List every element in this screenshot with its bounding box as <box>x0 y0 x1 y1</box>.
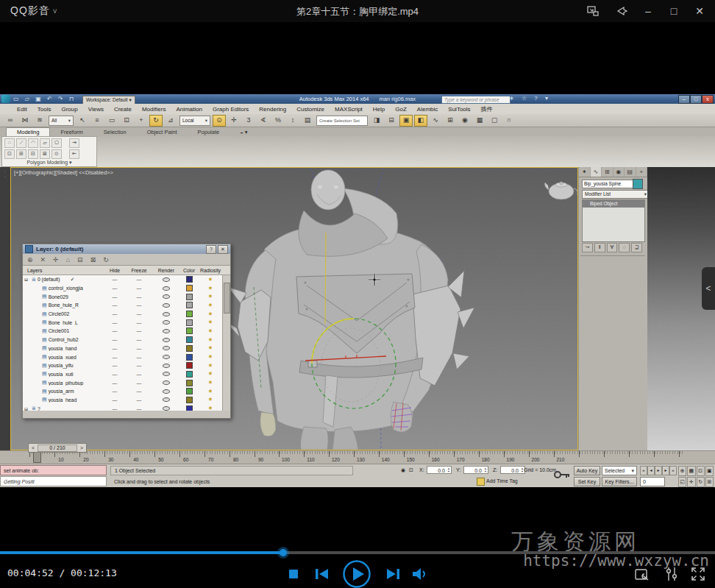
color-swatch[interactable] <box>186 327 193 334</box>
color-swatch[interactable] <box>186 285 193 291</box>
layer-row-yousia-head[interactable]: ▤yousia_head——✶ <box>23 396 230 405</box>
ribbon-icon[interactable]: ⊙ <box>51 149 62 159</box>
auto-key-button[interactable]: Auto Key <box>574 466 600 475</box>
quick-access-toolbar[interactable]: ▭ ▱ ▣ ↶ ↷ ⊓ <box>13 96 76 102</box>
add-time-tag[interactable]: Add Time Tag <box>486 478 518 483</box>
render-eye-icon[interactable] <box>163 312 170 316</box>
render-eye-icon[interactable] <box>163 303 170 308</box>
column-header-freeze[interactable]: Freeze <box>126 268 152 273</box>
layer-row-bone029[interactable]: ▤Bone029——✶ <box>23 292 230 301</box>
render-eye-icon[interactable] <box>163 406 170 411</box>
maxscript-listener-pink[interactable]: set animate ob: <box>0 465 107 475</box>
hide-toggle[interactable]: — <box>104 346 126 351</box>
hide-toggle[interactable]: — <box>104 389 126 394</box>
select-and-rotate-icon[interactable]: ↻ <box>149 115 163 127</box>
selection-lock-icon[interactable]: ◉ <box>401 467 405 473</box>
new-layer-icon[interactable]: ⊕ <box>27 256 33 263</box>
pin-on-top-icon[interactable] <box>613 2 632 20</box>
color-swatch[interactable] <box>186 294 193 300</box>
radiosity-icon[interactable]: ✶ <box>208 328 213 333</box>
render-eye-icon[interactable] <box>163 364 170 368</box>
previous-button[interactable] <box>315 567 329 581</box>
hide-toggle[interactable]: — <box>104 397 126 403</box>
ribbon-icon[interactable]: ⟋ <box>16 138 26 148</box>
menu-goz[interactable]: GoZ <box>390 106 412 113</box>
menu-tools[interactable]: Tools <box>32 106 57 113</box>
radiosity-icon[interactable]: ✶ <box>208 311 213 316</box>
color-swatch[interactable] <box>186 380 193 386</box>
current-frame-field[interactable]: 0 <box>640 477 665 486</box>
curve-editor-icon[interactable]: ∿ <box>429 115 442 127</box>
hide-toggle[interactable]: — <box>104 286 126 291</box>
color-swatch[interactable] <box>186 336 193 343</box>
freeze-toggle[interactable]: — <box>126 328 152 333</box>
mini-mode-icon[interactable] <box>583 2 602 20</box>
layer-row-circle001[interactable]: ▤Circle001——✶ <box>23 327 230 336</box>
column-header-hide[interactable]: Hide <box>104 268 126 273</box>
freeze-toggle[interactable]: — <box>126 372 152 377</box>
ribbon-icon[interactable]: ⊡ <box>4 149 15 159</box>
render-eye-icon[interactable] <box>163 338 170 342</box>
hide-toggle[interactable]: — <box>104 320 126 325</box>
max-minimize-button[interactable]: – <box>678 95 690 104</box>
layer-row-yousia-yifu[interactable]: ▤yousia_yifu——✶ <box>23 361 230 370</box>
ribbon-icon[interactable]: ◠ <box>28 138 38 148</box>
render-eye-icon[interactable] <box>163 320 170 325</box>
coord-z-field[interactable]: 0.0▲▼ <box>500 466 525 474</box>
unlink-selection-icon[interactable]: ⋈ <box>18 115 32 127</box>
next-key-button[interactable]: ▸ <box>662 466 669 475</box>
workspace-dropdown[interactable]: Workspace: Default ▾ <box>82 96 135 105</box>
coord-x-field[interactable]: 0.0▲▼ <box>427 466 452 474</box>
key-filters-button[interactable]: Key Filters... <box>602 477 637 486</box>
freeze-toggle[interactable]: — <box>126 286 152 291</box>
go-to-end-button[interactable]: » <box>669 466 677 475</box>
layer-manager-icon[interactable]: ▣ <box>399 115 413 127</box>
stack-item-biped-object[interactable]: Biped Object <box>583 200 644 208</box>
freeze-toggle[interactable]: — <box>126 294 152 300</box>
key-mode-dropdown[interactable]: Selected▾ <box>602 466 637 475</box>
expander-icon[interactable]: ⊟ <box>24 406 30 411</box>
ribbon-icon[interactable]: ⇥ <box>69 138 79 148</box>
rectangular-selection-region-icon[interactable]: ▭ <box>105 115 118 127</box>
maxscript-listener-white[interactable]: Getting Positi <box>0 476 107 486</box>
hide-toggle[interactable]: — <box>104 363 126 368</box>
menu-help[interactable]: Help <box>368 106 390 113</box>
hide-toggle[interactable]: — <box>104 406 126 411</box>
panel-tab-utilities[interactable]: + <box>636 167 648 177</box>
layer-row-yousia-arm[interactable]: ▤yousia_arm——✶ <box>23 387 230 396</box>
radiosity-icon[interactable]: ✶ <box>208 277 213 282</box>
select-layer-icon[interactable]: ⌂ <box>66 256 70 263</box>
freeze-toggle[interactable]: — <box>126 302 152 308</box>
color-swatch[interactable] <box>186 302 193 308</box>
max-close-button[interactable]: x <box>702 95 714 104</box>
ribbon-tab-selection[interactable]: Selection <box>93 128 137 136</box>
max-logo-icon[interactable] <box>1 95 10 103</box>
modifier-list-dropdown[interactable]: Modifier List▾ <box>582 190 650 199</box>
radiosity-icon[interactable]: ✶ <box>208 405 213 411</box>
hide-toggle[interactable]: — <box>104 355 126 360</box>
maximize-button[interactable]: □ <box>664 2 683 20</box>
hide-toggle[interactable]: — <box>104 311 126 316</box>
color-swatch[interactable] <box>186 354 193 361</box>
panel-tab-modify[interactable]: ∿ <box>591 167 602 177</box>
radiosity-icon[interactable]: ✶ <box>208 371 213 376</box>
color-swatch[interactable] <box>186 405 193 411</box>
layer-row-control-hub2[interactable]: ▤Control_hub2——✶ <box>23 336 230 344</box>
layer-row-circle002[interactable]: ▤Circle002——✶ <box>23 310 230 319</box>
layer-row-control-xiongjia[interactable]: ▤control_xiongjia——✶ <box>23 284 230 293</box>
menu-sultools[interactable]: SulTools <box>443 106 475 113</box>
hide-toggle[interactable]: — <box>104 372 126 377</box>
bind-to-space-warp-icon[interactable]: ≋ <box>33 115 46 127</box>
color-swatch[interactable] <box>186 319 193 326</box>
layer-row-yousia-hand[interactable]: ▤yousia_hand——✶ <box>23 344 230 353</box>
layer-row-item[interactable]: ⊟≣?——✶ <box>23 404 230 411</box>
delete-layer-icon[interactable]: ✕ <box>40 256 46 263</box>
ribbon-icon[interactable]: ⊞ <box>16 149 26 159</box>
pin-stack-icon[interactable]: ⊸ <box>582 243 593 252</box>
radiosity-icon[interactable]: ✶ <box>208 389 213 394</box>
make-unique-icon[interactable]: ∀ <box>607 243 618 252</box>
panel-tab-hierarchy[interactable]: ⊞ <box>602 167 613 177</box>
rendered-frame-window-icon[interactable]: ▢ <box>488 115 501 127</box>
select-and-link-icon[interactable]: ∞ <box>4 115 17 127</box>
ribbon-icon[interactable]: ⊟ <box>28 149 38 159</box>
